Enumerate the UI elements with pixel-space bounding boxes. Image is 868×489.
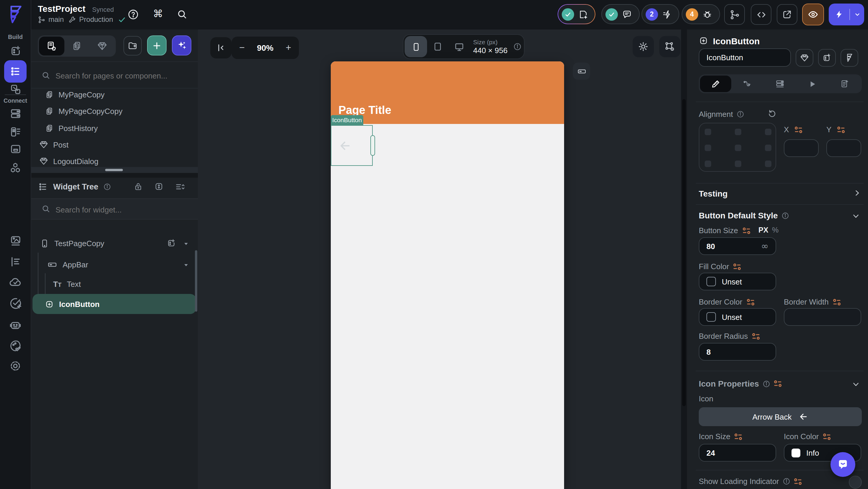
list-item-page[interactable]: MyPageCopyCopy [45, 103, 123, 119]
tree-node-caret[interactable] [183, 262, 189, 268]
rail-item-widget-tree-selected[interactable] [4, 60, 27, 83]
list-item-page[interactable]: PostHistory [45, 121, 98, 136]
collapse-panel-button[interactable] [210, 37, 231, 59]
list-item-page[interactable]: MyPageCopy [45, 87, 104, 102]
set-from-variable-icon[interactable] [733, 263, 742, 270]
inspector-scrollbar-thumb[interactable] [682, 99, 686, 406]
open-in-new-button[interactable] [777, 4, 798, 25]
y-input[interactable] [826, 139, 861, 157]
icon-size-input[interactable]: 24 [699, 444, 776, 462]
project-name[interactable]: TestProject [38, 4, 85, 13]
tab-pages-only[interactable] [64, 37, 89, 56]
tree-vscrollbar-thumb[interactable] [195, 250, 197, 312]
color-unset-checkbox[interactable] [707, 312, 716, 322]
rail-item-ai-agents[interactable] [8, 318, 23, 332]
comments-pill[interactable] [601, 4, 640, 24]
border-radius-input[interactable]: 8 [699, 343, 776, 361]
pages-search-input[interactable] [54, 67, 192, 85]
rail-item-media-library[interactable] [8, 234, 23, 248]
list-item-component[interactable]: LogoutDialog [39, 154, 98, 169]
selection-resize-handle[interactable] [370, 135, 375, 156]
icon-picker-button[interactable]: Arrow Back [699, 407, 862, 426]
preview-button[interactable] [802, 4, 824, 25]
actions-pill[interactable]: 2 [642, 4, 679, 24]
ai-generate-button[interactable] [172, 35, 191, 56]
canvas-appbar-shortcut-button[interactable] [573, 63, 590, 80]
set-from-variable-icon[interactable] [794, 478, 802, 485]
tree-sort-button[interactable] [175, 182, 185, 192]
rail-item-theme[interactable] [8, 339, 23, 353]
set-from-variable-icon[interactable] [823, 433, 831, 440]
list-item-component[interactable]: Post [39, 137, 68, 152]
support-chat-fab[interactable] [831, 452, 855, 477]
color-unset-checkbox[interactable] [707, 277, 716, 286]
help-button[interactable] [128, 9, 139, 20]
unit-percent-toggle[interactable]: % [772, 226, 778, 234]
chevron-down-icon[interactable] [850, 11, 864, 18]
border-color-unset-field[interactable]: Unset [699, 308, 776, 326]
rail-item-storyboard[interactable] [8, 254, 23, 268]
unit-px-toggle[interactable]: PX [758, 226, 768, 234]
tab-actions[interactable] [731, 75, 764, 92]
save-as-widget-button[interactable] [818, 49, 836, 67]
fill-color-unset-field[interactable]: Unset [699, 273, 776, 290]
zoom-in-button[interactable]: + [286, 42, 291, 53]
icon-properties-section-header[interactable]: Icon Properties [699, 379, 782, 388]
infinity-icon[interactable]: ∞ [761, 241, 769, 252]
button-size-input[interactable]: 80 ∞ [699, 237, 776, 255]
tab-documentation[interactable] [829, 75, 861, 92]
set-from-variable-icon[interactable] [774, 380, 782, 387]
search-button[interactable] [177, 9, 187, 20]
color-swatch[interactable] [792, 448, 800, 457]
iconbutton-selection-box[interactable] [331, 125, 373, 166]
x-input[interactable] [784, 139, 819, 157]
rail-item-add-page[interactable] [8, 44, 23, 58]
show-loading-toggle[interactable] [849, 476, 862, 489]
set-from-variable-icon[interactable] [833, 298, 841, 305]
set-from-variable-icon[interactable] [735, 433, 743, 440]
set-from-variable-icon[interactable] [794, 126, 802, 133]
developer-menu-button[interactable] [751, 4, 771, 25]
zoom-level[interactable]: 90% [257, 43, 274, 53]
tree-node-caret[interactable] [183, 241, 189, 247]
set-from-variable-icon[interactable] [837, 126, 845, 133]
set-from-variable-icon[interactable] [746, 298, 754, 305]
issues-pill[interactable]: 4 [682, 4, 720, 24]
tree-node-text[interactable]: TT Text [53, 275, 81, 292]
device-tablet-button[interactable] [427, 36, 448, 57]
tab-backend[interactable] [764, 75, 796, 92]
tree-node-appbar[interactable]: AppBar [47, 256, 88, 273]
theme-mode-button[interactable] [632, 36, 654, 57]
rail-item-settings[interactable] [8, 359, 23, 373]
convert-to-component-button[interactable] [796, 49, 813, 67]
rail-item-integrations[interactable] [8, 161, 23, 175]
branch-manager-button[interactable] [724, 4, 745, 25]
canvas-settings-button[interactable] [659, 36, 680, 57]
set-from-variable-icon[interactable] [752, 333, 760, 340]
run-split-button[interactable] [829, 4, 864, 25]
device-desktop-button[interactable] [448, 36, 470, 57]
shortcuts-button[interactable]: ⌘ [153, 8, 163, 20]
add-page-button[interactable] [147, 35, 166, 56]
tab-properties[interactable] [700, 75, 731, 92]
zoom-out-button[interactable]: − [239, 42, 245, 53]
chevron-down-icon[interactable] [852, 380, 860, 388]
tree-node-page[interactable]: TestPageCopy [40, 235, 104, 252]
tree-lock-button[interactable] [133, 182, 143, 191]
device-phone-button[interactable] [405, 36, 427, 57]
chevron-down-icon[interactable] [852, 212, 860, 220]
tab-pages-and-components[interactable] [39, 37, 64, 56]
rail-item-database[interactable] [8, 106, 23, 121]
tree-add-widget-button[interactable] [166, 238, 176, 248]
tab-components-only[interactable] [90, 37, 115, 56]
add-folder-button[interactable] [123, 36, 142, 56]
branch-env-row[interactable]: main Production [38, 15, 126, 24]
rail-item-cloud-functions[interactable] [8, 275, 23, 289]
size-value[interactable]: 440 × 956 [473, 46, 507, 55]
set-from-variable-icon[interactable] [742, 227, 750, 234]
rail-item-data-types[interactable] [8, 125, 23, 139]
widget-name-input[interactable] [699, 48, 791, 67]
pages-hscrollbar-thumb[interactable] [105, 169, 123, 171]
rail-item-components[interactable] [8, 82, 23, 96]
rail-item-media-assets[interactable] [8, 142, 23, 156]
